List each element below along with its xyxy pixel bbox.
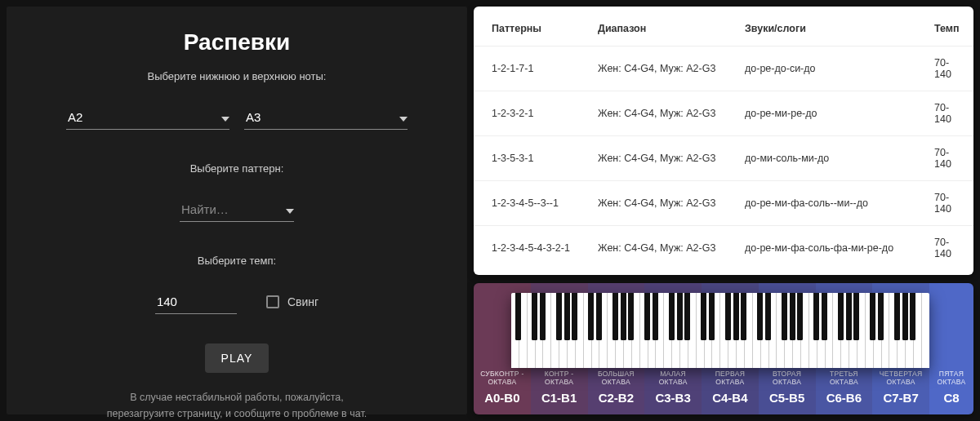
right-column: ПаттерныДиапазонЗвуки/слогиТемп 1-2-1-7-… <box>474 7 973 414</box>
black-key[interactable] <box>709 293 715 340</box>
table-cell-tempo: 70-140 <box>916 47 973 91</box>
high-note-value: A3 <box>246 110 261 124</box>
black-key[interactable] <box>612 293 618 340</box>
black-key[interactable] <box>894 293 900 340</box>
table-row[interactable]: 1-3-5-3-1Жен: C4-G4, Муж: A2-G3до-ми-сол… <box>474 136 973 181</box>
white-key[interactable] <box>777 293 785 368</box>
table-cell-pattern: 1-2-3-2-1 <box>474 91 580 136</box>
black-key[interactable] <box>822 293 827 340</box>
black-key[interactable] <box>902 293 908 340</box>
white-key[interactable] <box>697 293 705 368</box>
white-key[interactable] <box>753 293 761 368</box>
octave-range: C5-B5 <box>769 391 804 405</box>
black-key[interactable] <box>596 293 602 340</box>
black-key[interactable] <box>782 293 787 340</box>
black-key[interactable] <box>515 293 521 340</box>
octave-range: C6-B6 <box>826 391 862 405</box>
octave-name: ПЯТАЯ ОКТАВА <box>938 370 966 386</box>
play-button[interactable]: PLAY <box>205 343 270 373</box>
black-key[interactable] <box>644 293 650 340</box>
patterns-table: ПаттерныДиапазонЗвуки/слогиТемп 1-2-1-7-… <box>474 11 973 270</box>
octave-name: ВТОРАЯ ОКТАВА <box>773 370 801 386</box>
black-key[interactable] <box>556 293 562 340</box>
octave-range: C8 <box>943 391 959 405</box>
black-key[interactable] <box>572 293 577 340</box>
table-cell-tempo: 70-140 <box>916 181 973 226</box>
patterns-table-card: ПаттерныДиапазонЗвуки/слогиТемп 1-2-1-7-… <box>474 7 973 275</box>
black-key[interactable] <box>910 293 915 340</box>
octave-name: МАЛАЯ ОКТАВА <box>659 370 688 386</box>
table-header: Паттерны <box>474 11 580 47</box>
black-key[interactable] <box>757 293 763 340</box>
black-key[interactable] <box>846 293 852 340</box>
black-key[interactable] <box>588 293 594 340</box>
table-cell-sounds: до-ре-ми-ре-до <box>727 91 916 136</box>
white-key[interactable] <box>922 293 929 368</box>
chevron-down-icon <box>286 202 294 216</box>
white-key[interactable] <box>608 293 616 368</box>
octave-range: C7-B7 <box>883 391 918 405</box>
black-key[interactable] <box>790 293 795 340</box>
table-cell-range: Жен: C4-G4, Муж: A2-G3 <box>580 91 727 136</box>
table-cell-tempo: 70-140 <box>916 136 973 181</box>
black-key[interactable] <box>765 293 771 340</box>
white-key[interactable] <box>584 293 592 368</box>
table-row[interactable]: 1-2-3-2-1Жен: C4-G4, Муж: A2-G3до-ре-ми-… <box>474 91 973 136</box>
black-key[interactable] <box>540 293 546 340</box>
black-key[interactable] <box>813 293 819 340</box>
octave-range: C4-B4 <box>712 391 747 405</box>
chevron-down-icon <box>399 110 408 124</box>
controls-panel: Распевки Выберите нижнюю и верхнюю ноты:… <box>7 7 467 414</box>
octave-name: БОЛЬШАЯ ОКТАВА <box>598 370 635 386</box>
black-key[interactable] <box>564 293 570 340</box>
checkbox-icon <box>266 295 279 308</box>
white-key[interactable] <box>664 293 672 368</box>
black-key[interactable] <box>741 293 746 340</box>
black-key[interactable] <box>628 293 634 340</box>
white-key[interactable] <box>640 293 648 368</box>
octave-name: ЧЕТВЕРТАЯ ОКТАВА <box>880 370 923 386</box>
black-key[interactable] <box>878 293 884 340</box>
white-key[interactable] <box>528 293 536 368</box>
white-key[interactable] <box>833 293 841 368</box>
tempo-label: Выберите темп: <box>198 255 276 267</box>
table-cell-range: Жен: C4-G4, Муж: A2-G3 <box>580 47 727 91</box>
black-key[interactable] <box>621 293 626 340</box>
swing-toggle[interactable]: Свинг <box>266 295 318 308</box>
table-cell-pattern: 1-2-1-7-1 <box>474 47 580 91</box>
table-row[interactable]: 1-2-3-4-5--3--1Жен: C4-G4, Муж: A2-G3до-… <box>474 181 973 226</box>
low-note-value: A2 <box>68 110 82 124</box>
white-key[interactable] <box>889 293 898 368</box>
footer-note: В случае нестабильной работы, пожалуйста… <box>107 389 368 421</box>
pattern-select[interactable]: Найти… <box>180 197 294 222</box>
low-note-select[interactable]: A2 <box>66 105 229 130</box>
table-header: Темп <box>916 11 973 47</box>
table-row[interactable]: 1-2-1-7-1Жен: C4-G4, Муж: A2-G3до-ре-до-… <box>474 47 973 91</box>
pattern-label: Выберите паттерн: <box>190 162 284 175</box>
white-key[interactable] <box>511 293 519 368</box>
black-key[interactable] <box>870 293 875 340</box>
black-key[interactable] <box>733 293 739 340</box>
black-key[interactable] <box>669 293 675 340</box>
black-key[interactable] <box>684 293 690 340</box>
black-key[interactable] <box>797 293 803 340</box>
black-key[interactable] <box>701 293 706 340</box>
white-key[interactable] <box>720 293 728 368</box>
table-cell-pattern: 1-2-3-4-5-4-3-2-1 <box>474 226 580 271</box>
white-key[interactable] <box>551 293 559 368</box>
table-cell-range: Жен: C4-G4, Муж: A2-G3 <box>580 136 727 181</box>
black-key[interactable] <box>653 293 658 340</box>
white-key[interactable] <box>809 293 817 368</box>
tempo-input[interactable] <box>155 290 237 314</box>
swing-label: Свинг <box>287 295 318 308</box>
octave-range: C2-B2 <box>599 391 634 405</box>
table-row[interactable]: 1-2-3-4-5-4-3-2-1Жен: C4-G4, Муж: A2-G3д… <box>474 226 973 271</box>
black-key[interactable] <box>532 293 537 340</box>
high-note-select[interactable]: A3 <box>244 105 408 130</box>
table-cell-sounds: до-ре-до-си-до <box>727 47 916 91</box>
black-key[interactable] <box>677 293 683 340</box>
black-key[interactable] <box>838 293 844 340</box>
white-key[interactable] <box>866 293 874 368</box>
black-key[interactable] <box>725 293 731 340</box>
black-key[interactable] <box>853 293 859 340</box>
